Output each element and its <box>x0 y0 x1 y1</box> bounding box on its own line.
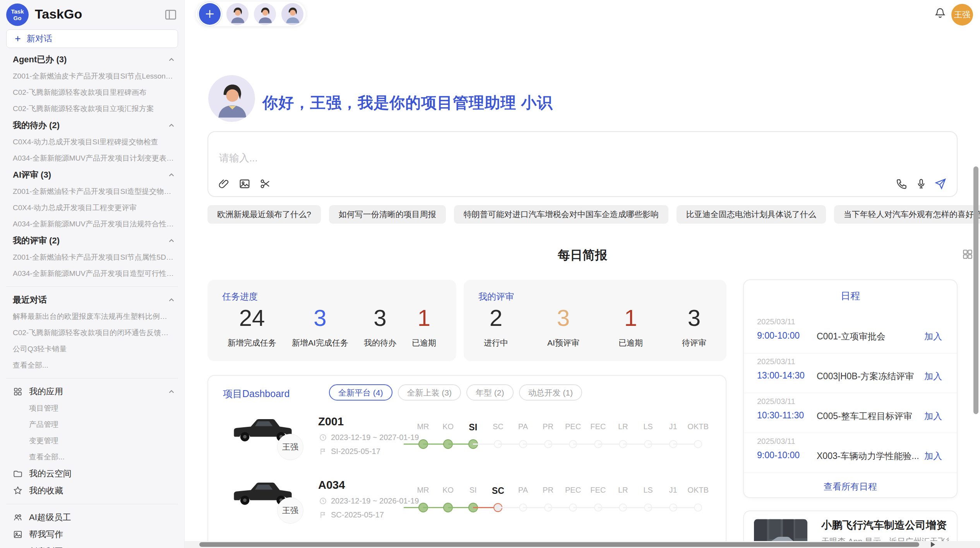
clock-icon <box>319 433 327 442</box>
session-avatar[interactable] <box>281 3 303 25</box>
dashboard-tab[interactable]: 年型 (2) <box>466 384 514 401</box>
app-sub-item[interactable]: 项目管理 <box>6 400 178 416</box>
suggestion-chips: 欧洲新规最近颁布了什么?如何写一份清晰的项目周报特朗普可能对进口汽车增税会对中国… <box>207 205 958 224</box>
conversation-item[interactable]: Z001-全新燃油轻卡产品开发项目SI造型提交物评审 <box>6 183 178 200</box>
conversation-item[interactable]: C0X4-动力总成开发项目工程变更评审 <box>6 200 178 216</box>
project-code[interactable]: Z001 <box>318 415 344 428</box>
sidebar-tool-0[interactable]: AI超级员工 <box>6 509 178 526</box>
horizontal-scrollbar-thumb[interactable] <box>199 542 919 547</box>
paperclip-icon[interactable] <box>218 178 230 190</box>
grid-icon[interactable] <box>961 248 974 260</box>
app-sub-item[interactable]: 变更管理 <box>6 433 178 449</box>
chevron-up-icon <box>166 236 176 246</box>
mic-icon[interactable] <box>915 178 927 190</box>
recent-conversation-item[interactable]: C02-飞腾新能源轻客改款项目的闭环通告反馈情况 <box>6 325 178 341</box>
new-chat-button[interactable]: 新对话 <box>6 29 178 48</box>
join-link[interactable]: 加入 <box>924 370 942 382</box>
schedule-events: 2025/03/119:00-10:00C001-立项审批会加入2025/03/… <box>744 313 957 473</box>
recent-conversation-item[interactable]: 解释最新出台的欧盟报废车法规再生塑料比例被调至15%... <box>6 308 178 325</box>
project-code[interactable]: A034 <box>318 479 345 491</box>
sidebar-section-recent: 最近对话 <box>6 291 178 308</box>
sidebar-tool-1[interactable]: 帮我写作 <box>6 526 178 543</box>
app-sub-item[interactable]: 查看全部... <box>6 449 178 465</box>
sidebar-link-label: 我的收藏 <box>29 485 176 497</box>
clock-icon <box>319 497 327 505</box>
stat-value: 3 <box>547 304 579 332</box>
app-sub-item[interactable]: 产品管理 <box>6 416 178 433</box>
milestone-dot[interactable] <box>694 440 702 448</box>
conversation-item[interactable]: C02-飞腾新能源轻客改款项目立项汇报方案 <box>6 101 178 117</box>
stat-value: 1 <box>618 304 643 332</box>
dashboard-tab[interactable]: 动总开发 (1) <box>519 384 583 401</box>
taskgo-app: Task Go TaskGo 新对话 Agent已办 (3)Z001-全新燃油皮… <box>0 0 980 548</box>
vertical-scrollbar-thumb[interactable] <box>973 166 978 414</box>
app-title: TaskGo <box>35 7 82 22</box>
sidebar-section-recent-label: 最近对话 <box>13 294 47 306</box>
suggestion-chip[interactable]: 比亚迪全固态电池计划具体说了什么 <box>677 205 826 224</box>
join-link[interactable]: 加入 <box>924 331 942 342</box>
suggestion-chip[interactable]: 当下年轻人对汽车外观有怎样的喜好趋势 <box>834 205 980 224</box>
send-icon[interactable] <box>934 178 947 190</box>
chevron-up-icon <box>166 295 176 305</box>
conversation-item[interactable]: Z001-全新燃油轻卡产品开发项目SI节点属性5D文件评审 <box>6 249 178 265</box>
session-avatar[interactable] <box>226 3 248 25</box>
user-avatar[interactable]: 王强 <box>951 4 973 26</box>
sidebar-item-my-apps[interactable]: 我的应用 <box>6 383 178 400</box>
stat-row: 2进行中3AI预评审1已逾期3待评审 <box>464 304 726 348</box>
image-icon <box>13 529 23 539</box>
sidebar-tool-label: AI超级员工 <box>29 512 176 523</box>
milestone-label: OKTB <box>683 422 714 431</box>
stat-value: 24 <box>228 304 276 332</box>
conversation-item[interactable]: C0X4-动力总成开发项目SI里程碑提交物检查 <box>6 134 178 150</box>
stat-label: AI预评审 <box>547 337 579 348</box>
stat-item: 1已逾期 <box>618 304 643 348</box>
recent-conversation-item[interactable]: 查看全部... <box>6 357 178 373</box>
stat-value: 3 <box>292 304 348 332</box>
sidebar-link-1[interactable]: 我的收藏 <box>6 482 178 499</box>
conversation-item[interactable]: C02-飞腾新能源轻客改款项目里程碑画布 <box>6 84 178 101</box>
sidebar-section-0-label: Agent已办 (3) <box>13 54 67 65</box>
schedule-title: 日程 <box>744 289 957 302</box>
schedule-card: 日程 2025/03/119:00-10:00C001-立项审批会加入2025/… <box>743 279 958 498</box>
project-flag-text: SC-2025-05-17 <box>331 510 384 519</box>
flag-icon <box>319 511 327 519</box>
dashboard-tab[interactable]: 全新平台 (4) <box>329 384 392 401</box>
project-flag-milestone: SC-2025-05-17 <box>319 510 384 519</box>
conversation-item[interactable]: A034-全新新能源MUV产品开发项目计划变更表编写 <box>6 150 178 166</box>
chat-composer[interactable]: 请输入... <box>207 131 958 197</box>
horizontal-scrollbar[interactable] <box>185 541 980 548</box>
sidebar-tool-2[interactable]: 创意制图 <box>6 543 178 548</box>
scroll-right-arrow-icon[interactable] <box>931 542 935 547</box>
project-dates-text: 2023-12-19 ~ 2027-01-19 <box>331 433 419 442</box>
schedule-event-row: 2025/03/119:00-10:00C001-立项审批会加入 <box>744 313 957 353</box>
stat-label: 已逾期 <box>618 337 643 348</box>
logo-line1: Task <box>11 8 24 15</box>
new-chat-label: 新对话 <box>27 33 52 45</box>
schedule-event-row: 2025/03/1113:00-14:30C003|H0B-方案冻结评审加入 <box>744 353 957 393</box>
stat-item: 1已逾期 <box>412 304 436 348</box>
suggestion-chip[interactable]: 如何写一份清晰的项目周报 <box>329 205 446 224</box>
conversation-item[interactable]: Z001-全新燃油皮卡产品开发项目SI节点Lesson Learn报告 <box>6 68 178 84</box>
conversation-item[interactable]: A034-全新新能源MUV产品开发项目法规符合性评审 <box>6 216 178 232</box>
conversation-item[interactable]: A034-全新新能源MUV产品开发项目造型可行性评审 <box>6 265 178 282</box>
new-session-button[interactable] <box>199 3 221 25</box>
milestone-dot[interactable] <box>694 503 702 512</box>
suggestion-chip[interactable]: 欧洲新规最近颁布了什么? <box>207 205 321 224</box>
dashboard-tab[interactable]: 全新上装 (3) <box>398 384 461 401</box>
view-all-schedule-link[interactable]: 查看所有日程 <box>744 481 957 493</box>
join-link[interactable]: 加入 <box>924 410 942 422</box>
pen-icon <box>13 546 23 548</box>
milestone-label: OKTB <box>683 486 714 495</box>
session-avatar[interactable] <box>254 3 276 25</box>
sidebar-section-2-label: AI评审 (3) <box>13 169 51 181</box>
recent-conversation-item[interactable]: 公司Q3轻卡销量 <box>6 341 178 357</box>
phone-icon[interactable] <box>896 178 908 190</box>
bell-icon[interactable] <box>934 7 946 19</box>
suggestion-chip[interactable]: 特朗普可能对进口汽车增税会对中国车企造成哪些影响 <box>454 205 668 224</box>
collapse-sidebar-icon[interactable] <box>164 8 177 21</box>
scissors-icon[interactable] <box>259 178 272 190</box>
image-icon[interactable] <box>238 178 251 190</box>
sidebar-link-0[interactable]: 我的云空间 <box>6 465 178 482</box>
join-link[interactable]: 加入 <box>924 450 942 462</box>
event-time: 9:00-10:00 <box>757 331 800 341</box>
